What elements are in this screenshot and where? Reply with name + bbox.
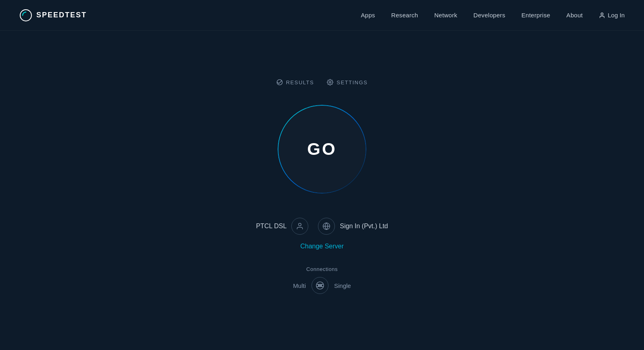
speedtest-logo-icon bbox=[19, 9, 32, 22]
go-button-container: GO bbox=[278, 105, 366, 194]
connections-section: Connections Multi Single bbox=[293, 266, 351, 294]
results-tab-label: RESULTS bbox=[286, 79, 314, 85]
nav-item-apps[interactable]: Apps bbox=[361, 12, 375, 19]
login-label: Log In bbox=[608, 12, 625, 19]
server-info: Sign In (Pvt.) Ltd bbox=[318, 218, 388, 235]
connections-label: Connections bbox=[306, 266, 338, 272]
globe-icon-circle bbox=[318, 218, 335, 235]
go-button[interactable]: GO bbox=[278, 105, 366, 194]
connections-toggle: Multi Single bbox=[293, 277, 351, 294]
top-tabs: RESULTS SETTINGS bbox=[276, 79, 368, 85]
person-icon bbox=[599, 12, 605, 19]
multi-option: Multi bbox=[293, 282, 306, 289]
settings-tab[interactable]: SETTINGS bbox=[327, 79, 368, 85]
results-tab[interactable]: RESULTS bbox=[276, 79, 314, 85]
globe-icon bbox=[322, 222, 330, 230]
main-nav: Apps Research Network Developers Enterpr… bbox=[361, 12, 625, 19]
isp-name: PTCL DSL bbox=[256, 223, 286, 230]
change-server-link[interactable]: Change Server bbox=[300, 243, 344, 250]
logo: SPEEDTEST bbox=[19, 9, 87, 22]
isp-person-icon bbox=[296, 222, 304, 230]
nav-item-developers[interactable]: Developers bbox=[473, 12, 505, 19]
nav-item-research[interactable]: Research bbox=[391, 12, 418, 19]
header: SPEEDTEST Apps Research Network Develope… bbox=[0, 0, 644, 31]
settings-tab-label: SETTINGS bbox=[337, 79, 368, 85]
provider-info: PTCL DSL Sign In (Pvt.) Ltd bbox=[256, 218, 388, 235]
multi-connection-icon bbox=[316, 281, 324, 290]
single-option: Single bbox=[334, 282, 351, 289]
server-name: Sign In (Pvt.) Ltd bbox=[340, 223, 388, 230]
nav-item-about[interactable]: About bbox=[567, 12, 583, 19]
connections-toggle-icon[interactable] bbox=[312, 277, 328, 294]
isp-info: PTCL DSL bbox=[256, 218, 308, 235]
svg-point-3 bbox=[329, 81, 331, 83]
svg-point-1 bbox=[601, 13, 603, 15]
nav-item-network[interactable]: Network bbox=[434, 12, 457, 19]
person-icon-circle bbox=[291, 218, 308, 235]
go-label: GO bbox=[307, 140, 337, 159]
svg-point-4 bbox=[299, 223, 301, 226]
results-icon bbox=[276, 79, 283, 85]
svg-point-0 bbox=[20, 10, 31, 21]
logo-text: SPEEDTEST bbox=[36, 11, 87, 19]
nav-item-enterprise[interactable]: Enterprise bbox=[521, 12, 550, 19]
settings-icon bbox=[327, 79, 333, 85]
main-content: RESULTS SETTINGS GO PTCL DSL bbox=[0, 31, 644, 294]
login-button[interactable]: Log In bbox=[599, 12, 625, 19]
